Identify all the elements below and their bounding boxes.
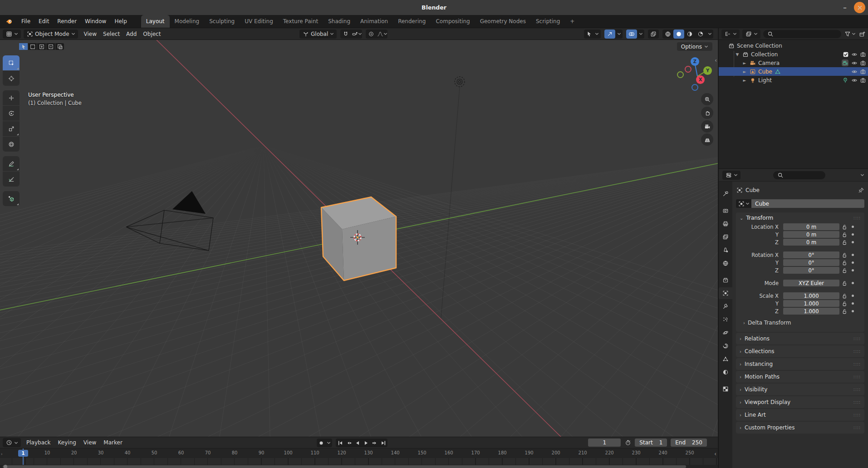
zoom-button[interactable] (701, 93, 713, 105)
animate-dot[interactable] (849, 310, 856, 312)
shading-wireframe-button[interactable] (662, 30, 673, 39)
drag-dots-icon[interactable]: :::: (853, 387, 861, 392)
disclosure-icon[interactable]: ► (742, 61, 747, 65)
properties-tab[interactable] (719, 287, 732, 299)
properties-tab[interactable] (719, 301, 732, 312)
collapsed-panel[interactable]: › Collections :::: (736, 345, 864, 357)
workspace-tab[interactable]: UV Editing (240, 15, 278, 28)
eye-icon[interactable] (851, 77, 858, 84)
render-visibility-icon[interactable] (859, 51, 866, 58)
object-name-field[interactable]: Cube (751, 199, 864, 208)
editor-type-button[interactable] (3, 30, 21, 39)
properties-tab[interactable] (719, 188, 732, 200)
timeline-ruler[interactable]: 1020304050607080901001101201301401501601… (0, 448, 718, 458)
minimize-button[interactable]: – (841, 4, 849, 12)
mode-selector[interactable]: Object Mode (24, 30, 78, 39)
workspace-tab[interactable]: Geometry Nodes (475, 15, 531, 28)
shading-rendered-button[interactable] (695, 30, 706, 39)
animate-dot[interactable] (849, 282, 856, 284)
properties-tab[interactable] (719, 314, 732, 325)
gizmo-x-ball[interactable]: X (696, 75, 705, 84)
tool-button[interactable] (3, 172, 20, 187)
workspace-tab[interactable]: Texture Paint (278, 15, 323, 28)
transport-button[interactable] (336, 438, 344, 447)
collapsed-panel[interactable]: › Line Art :::: (736, 409, 864, 421)
tool-button[interactable] (3, 191, 20, 206)
workspace-tab[interactable]: Layout (141, 15, 170, 28)
collapsed-panel[interactable]: › Motion Paths :::: (736, 371, 864, 383)
scrollbar-thumb[interactable] (3, 465, 686, 468)
animate-dot[interactable] (849, 254, 856, 256)
properties-tab[interactable] (719, 340, 732, 352)
xray-toggle[interactable] (648, 30, 659, 39)
outliner-display-mode[interactable] (721, 30, 740, 39)
value-field[interactable]: 0 m (783, 231, 839, 238)
render-visibility-icon[interactable] (859, 77, 866, 84)
light-object[interactable] (455, 77, 465, 87)
properties-tab[interactable] (719, 383, 732, 395)
gizmos-toggle[interactable] (604, 30, 615, 39)
outliner-row[interactable]: Scene Collection (719, 41, 868, 50)
stopwatch-icon[interactable] (624, 439, 631, 446)
tool-button[interactable] (3, 121, 20, 136)
timeline-menu-item[interactable]: Marker (100, 437, 126, 448)
navigation-gizmo[interactable]: Z Y X (676, 56, 714, 94)
tool-button[interactable] (3, 156, 20, 171)
drag-dots-icon[interactable]: :::: (853, 400, 861, 404)
end-frame-field[interactable]: End 250 (671, 438, 707, 447)
transport-button[interactable] (353, 438, 362, 447)
row-label[interactable]: Light (758, 77, 839, 84)
lock-open-icon[interactable] (841, 251, 848, 258)
outliner-row[interactable]: ► Cube (719, 67, 868, 76)
timeline-editor-type-button[interactable] (3, 438, 21, 447)
drag-dots-icon[interactable]: :::: (853, 425, 861, 430)
viewport-menu-item[interactable]: View (81, 31, 100, 37)
value-field[interactable]: XYZ Euler (783, 280, 839, 286)
value-field[interactable]: 0 m (783, 239, 839, 246)
transform-panel-header[interactable]: ⌄ Transform :::: (736, 212, 864, 223)
outliner-row[interactable]: ► Light (719, 76, 868, 84)
workspace-tab[interactable]: + (565, 15, 579, 28)
animate-dot[interactable] (849, 295, 856, 297)
timeline-menu-item[interactable]: Keying (54, 437, 80, 448)
proportional-toggle[interactable] (366, 30, 377, 39)
properties-tab[interactable] (719, 244, 732, 256)
drag-dots-icon[interactable]: :::: (853, 336, 861, 341)
workspace-tab[interactable]: Rendering (393, 15, 431, 28)
properties-tab[interactable] (719, 353, 732, 365)
gizmo-z-ball[interactable]: Z (691, 57, 699, 66)
outliner-filter-id[interactable] (742, 30, 760, 39)
playhead-badge[interactable]: 1 (18, 450, 28, 457)
value-field[interactable]: 0 m (783, 223, 839, 230)
outliner-row[interactable]: ▼ Collection (719, 50, 868, 59)
tool-button[interactable] (3, 106, 20, 121)
lock-open-icon[interactable] (841, 231, 848, 238)
menu-item[interactable]: Edit (34, 15, 53, 28)
eye-icon[interactable] (851, 51, 858, 58)
record-button[interactable] (317, 438, 325, 447)
timeline-menu-item[interactable]: View (80, 437, 100, 448)
outliner-row[interactable]: ► Camera (719, 59, 868, 67)
pin-icon[interactable] (858, 187, 864, 194)
row-label[interactable]: Camera (758, 60, 839, 66)
drag-dots-icon[interactable]: :::: (853, 349, 861, 354)
select-mode-button[interactable] (55, 43, 64, 50)
select-mode-button[interactable] (19, 43, 28, 50)
eye-icon[interactable] (851, 68, 858, 75)
transport-button[interactable] (379, 438, 387, 447)
workspace-tab[interactable]: Shading (323, 15, 355, 28)
drag-dots-icon[interactable]: :::: (853, 374, 861, 379)
properties-nav-button[interactable] (722, 171, 740, 180)
row-label[interactable]: Scene Collection (737, 43, 864, 49)
collapsed-panel[interactable]: › Viewport Display :::: (736, 396, 864, 408)
start-frame-field[interactable]: Start 1 (635, 438, 667, 447)
animate-dot[interactable] (849, 241, 856, 243)
disclosure-icon[interactable]: ▼ (735, 52, 740, 57)
lock-open-icon[interactable] (841, 280, 848, 286)
gizmo-minus-z-ball[interactable] (691, 84, 698, 91)
collapsed-panel[interactable]: › Custom Properties :::: (736, 422, 864, 434)
tool-button[interactable] (3, 71, 20, 86)
camera-view-button[interactable] (701, 120, 713, 133)
lock-open-icon[interactable] (841, 300, 848, 307)
collapsed-panel[interactable]: › Visibility :::: (736, 384, 864, 395)
